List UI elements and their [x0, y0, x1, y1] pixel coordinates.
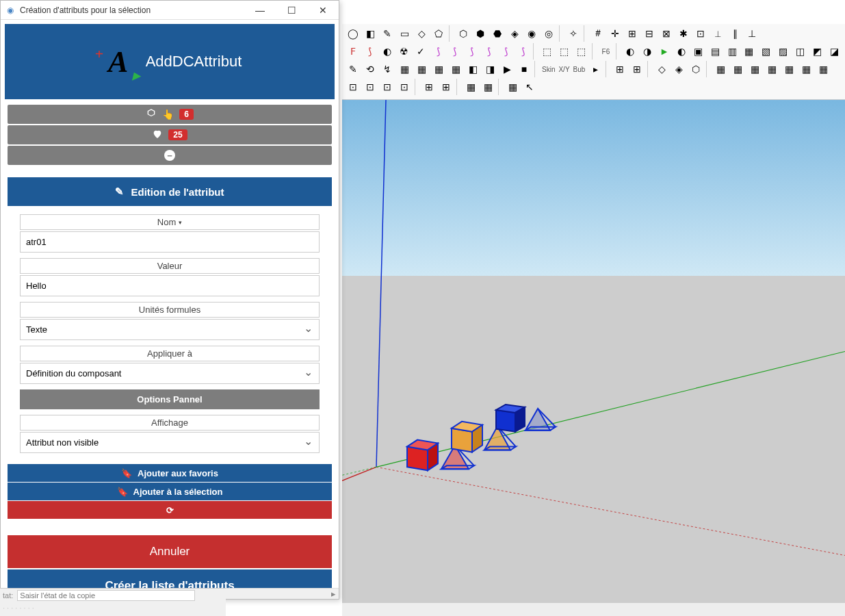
- tool-btn[interactable]: ⟆: [430, 43, 446, 60]
- tool-btn[interactable]: ▦: [463, 79, 479, 95]
- tool-btn[interactable]: ⬠: [430, 25, 447, 42]
- tool-btn[interactable]: ◐: [673, 43, 690, 60]
- collapse-bar[interactable]: −: [8, 146, 332, 165]
- tool-btn[interactable]: ▥: [724, 43, 740, 60]
- tool-btn[interactable]: ◧: [465, 61, 481, 77]
- units-select[interactable]: Texte: [20, 319, 320, 340]
- tool-btn[interactable]: ∥: [727, 25, 743, 42]
- tool-btn[interactable]: ▦: [447, 61, 464, 77]
- tool-btn[interactable]: ▣: [690, 43, 707, 60]
- add-favorite-button[interactable]: 🔖 Ajouter aux favoris: [8, 464, 332, 482]
- tool-btn[interactable]: ⊞: [624, 25, 640, 42]
- tool-btn[interactable]: ☢: [395, 43, 412, 60]
- tool-btn[interactable]: ▦: [712, 61, 729, 77]
- cancel-button[interactable]: Annuler: [8, 535, 332, 568]
- tool-btn[interactable]: ◩: [809, 43, 825, 60]
- tool-btn[interactable]: ◯: [345, 25, 361, 42]
- name-label[interactable]: Nom ▾: [20, 214, 320, 230]
- tool-btn[interactable]: ⟆: [362, 43, 378, 60]
- tool-btn[interactable]: ▦: [741, 43, 757, 60]
- tool-btn[interactable]: ⬚: [573, 43, 590, 60]
- tool-btn[interactable]: ◈: [671, 61, 687, 77]
- scroll-right-arrow[interactable]: ▸: [328, 589, 339, 599]
- favorites-bar[interactable]: 25: [8, 125, 332, 144]
- tool-btn[interactable]: ⊡: [362, 79, 378, 95]
- value-input[interactable]: [20, 275, 320, 296]
- tool-btn[interactable]: ▦: [504, 79, 521, 95]
- tool-btn[interactable]: ⊡: [396, 79, 413, 95]
- tool-btn[interactable]: ↖: [521, 79, 538, 95]
- tool-btn[interactable]: Ϝ: [345, 43, 361, 60]
- tool-btn[interactable]: ◫: [792, 43, 809, 60]
- tool-btn[interactable]: ▦: [781, 61, 797, 77]
- tool-btn[interactable]: ⊟: [641, 25, 658, 42]
- tool-btn[interactable]: ⬚: [556, 43, 573, 60]
- close-button[interactable]: ✕: [307, 1, 339, 20]
- tool-btn[interactable]: ▦: [746, 61, 763, 77]
- tool-btn[interactable]: ◉: [523, 25, 540, 42]
- tool-btn[interactable]: ⊠: [658, 25, 675, 42]
- tool-btn[interactable]: ⊞: [438, 79, 454, 95]
- tool-btn[interactable]: ▸: [587, 61, 603, 77]
- tool-btn[interactable]: ◈: [506, 25, 523, 42]
- tool-btn[interactable]: ⊡: [692, 25, 709, 42]
- tool-btn[interactable]: ◑: [639, 43, 655, 60]
- maximize-button[interactable]: ☐: [276, 1, 307, 20]
- reset-button[interactable]: ⟳: [8, 501, 332, 519]
- tool-btn[interactable]: ▦: [764, 61, 780, 77]
- tool-btn[interactable]: ▶: [499, 61, 515, 77]
- tool-btn[interactable]: F6: [598, 43, 614, 60]
- add-selection-button[interactable]: 🔖 Ajouter à la sélection: [8, 483, 332, 500]
- tool-btn[interactable]: ⬢: [472, 25, 489, 42]
- tool-btn[interactable]: ✧: [565, 25, 582, 42]
- tool-btn[interactable]: ◐: [622, 43, 638, 60]
- tool-btn[interactable]: ⊞: [629, 61, 645, 77]
- components-bar[interactable]: 👆 6: [8, 105, 332, 124]
- tool-btn[interactable]: ⬣: [489, 25, 506, 42]
- tool-btn[interactable]: ◪: [826, 43, 842, 60]
- tool-btn[interactable]: ✛: [607, 25, 623, 42]
- options-pannel-button[interactable]: Options Pannel: [20, 389, 320, 409]
- tool-btn[interactable]: ▨: [775, 43, 792, 60]
- tool-btn[interactable]: ■: [516, 61, 532, 77]
- tool-btn[interactable]: ⬚: [539, 43, 556, 60]
- minimize-button[interactable]: —: [244, 1, 276, 20]
- name-input[interactable]: [20, 231, 320, 253]
- tool-btn[interactable]: ⊡: [379, 79, 395, 95]
- tool-btn[interactable]: ◇: [653, 61, 670, 77]
- tool-btn[interactable]: ▦: [396, 61, 413, 77]
- titlebar[interactable]: ◉ Création d'attributs pour la sélection…: [1, 1, 339, 20]
- tool-btn[interactable]: ▦: [413, 61, 430, 77]
- create-list-button[interactable]: Créer la liste d'attributs: [8, 569, 332, 588]
- tool-btn[interactable]: ▦: [815, 61, 831, 77]
- tool-btn[interactable]: ⟆: [447, 43, 463, 60]
- tool-btn[interactable]: ✓: [413, 43, 429, 60]
- tool-btn[interactable]: ✱: [675, 25, 692, 42]
- tool-btn[interactable]: ✎: [345, 61, 361, 77]
- tool-btn[interactable]: ◐: [379, 43, 395, 60]
- tool-btn[interactable]: ⟆: [497, 43, 514, 60]
- viewport-3d[interactable]: [342, 100, 845, 603]
- tool-btn[interactable]: ▦: [729, 61, 746, 77]
- tool-btn[interactable]: ⟲: [362, 61, 378, 77]
- tool-btn[interactable]: ✎: [379, 25, 395, 42]
- tool-btn[interactable]: ⟆: [481, 43, 497, 60]
- tool-btn[interactable]: ⬡: [688, 61, 704, 77]
- tool-btn[interactable]: ►: [656, 43, 673, 60]
- display-select[interactable]: Attribut non visible: [20, 432, 320, 453]
- apply-select[interactable]: Définition du composant: [20, 363, 320, 384]
- tool-btn[interactable]: ▦: [430, 61, 447, 77]
- tool-btn[interactable]: ↯: [379, 61, 395, 77]
- tool-btn[interactable]: ⊞: [421, 79, 437, 95]
- tool-btn[interactable]: ◎: [541, 25, 557, 42]
- tool-btn[interactable]: ▦: [480, 79, 496, 95]
- tool-btn[interactable]: ＃: [590, 25, 606, 42]
- tool-btn[interactable]: ⟆: [464, 43, 480, 60]
- dialog-body[interactable]: + A ▸ AddDCAttribut 👆 6: [1, 20, 339, 588]
- tool-btn[interactable]: ▦: [798, 61, 814, 77]
- tool-btn[interactable]: ⊞: [612, 61, 628, 77]
- tool-btn[interactable]: ◨: [482, 61, 498, 77]
- tool-btn[interactable]: ⬡: [455, 25, 471, 42]
- tool-btn[interactable]: ⊡: [345, 79, 361, 95]
- tool-btn[interactable]: ⊥: [744, 25, 760, 42]
